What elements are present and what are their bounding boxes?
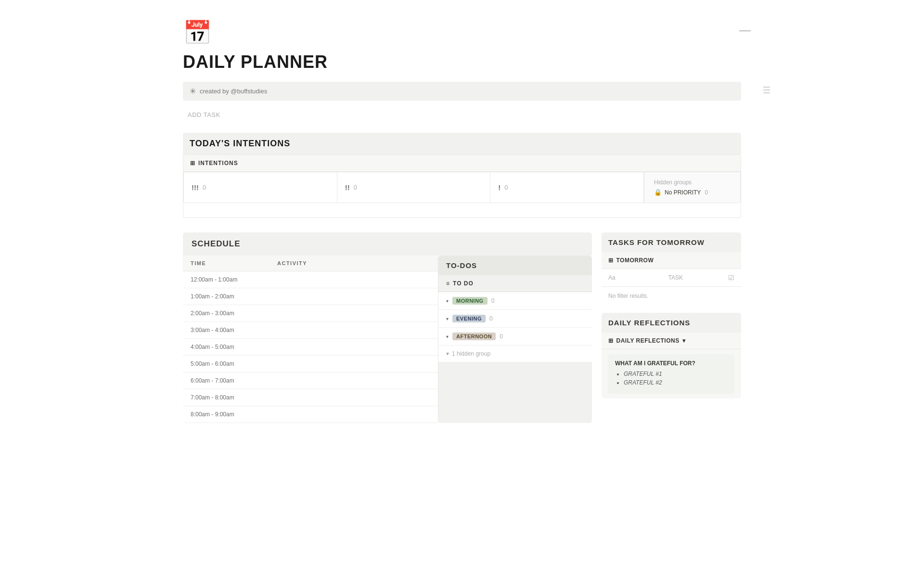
task-input-row[interactable]: Aa TASK ☑: [602, 269, 741, 287]
chevron-down-icon: ▾: [446, 350, 449, 357]
schedule-activity-cell[interactable]: [270, 406, 438, 423]
right-sidebar: TASKS FOR TOMORROW ⊞ TOMORROW Aa TASK ☑ …: [602, 232, 741, 423]
table-row: 6:00am - 7:00am: [183, 372, 438, 389]
hidden-groups-cell: Hidden groups 🔒 No PRIORITY 0: [644, 172, 740, 203]
schedule-activity-cell[interactable]: [270, 372, 438, 389]
chevron-icon: ▾: [446, 316, 449, 321]
todo-tag-evening: EVENING: [452, 315, 486, 322]
todo-count: 0: [489, 315, 493, 322]
med-priority-count: 0: [354, 184, 357, 191]
table-row: 5:00am - 6:00am: [183, 356, 438, 372]
intentions-sub-row: ⊞ INTENTIONS: [183, 155, 741, 172]
intentions-sub-label: INTENTIONS: [198, 160, 238, 167]
todos-title: TO-DOS: [446, 261, 477, 269]
todo-count: 0: [500, 333, 503, 340]
schedule-section: SCHEDULE TIME ACTIVITY: [183, 232, 592, 423]
intention-cell-high: !!! 0: [184, 172, 337, 203]
schedule-activity-cell[interactable]: [270, 322, 438, 339]
schedule-todos-row: TIME ACTIVITY 12:00am - 1:00am1:00am - 2…: [183, 256, 592, 423]
schedule-table: TIME ACTIVITY 12:00am - 1:00am1:00am - 2…: [183, 256, 438, 423]
task-check-icon: ☑: [728, 274, 734, 282]
scrollbar-line-3: [763, 92, 770, 93]
table-row: 2:00am - 3:00am: [183, 305, 438, 322]
add-task-button[interactable]: ADD TASK: [183, 108, 225, 121]
schedule-title: SCHEDULE: [192, 239, 241, 248]
page-icon: 📅: [183, 19, 741, 46]
list-item[interactable]: ▾MORNING0: [438, 292, 592, 310]
schedule-time-cell: 1:00am - 2:00am: [183, 288, 270, 305]
no-priority-row: 🔒 No PRIORITY 0: [654, 189, 731, 196]
daily-reflections-card: DAILY REFLECTIONS ⊞ DAILY REFLECTIONS ▾ …: [602, 313, 741, 398]
page-title: DAILY PLANNER: [183, 52, 741, 72]
table-row: 1:00am - 2:00am: [183, 288, 438, 305]
table-row: 4:00am - 5:00am: [183, 339, 438, 356]
table-row: 3:00am - 4:00am: [183, 322, 438, 339]
schedule-time-cell: 6:00am - 7:00am: [183, 372, 270, 389]
todos-sub: ≡ TO DO: [438, 275, 592, 292]
schedule-time-cell: 7:00am - 8:00am: [183, 389, 270, 406]
med-priority-icon: !!: [345, 183, 350, 192]
list-item: GRATEFUL #2: [624, 379, 728, 386]
todo-tag-morning: MORNING: [452, 297, 488, 305]
creator-bar: ✳ created by @buffstudies: [183, 82, 741, 101]
table-row: 12:00am - 1:00am: [183, 271, 438, 288]
schedule-activity-cell[interactable]: [270, 288, 438, 305]
schedule-activity-cell[interactable]: [270, 305, 438, 322]
schedule-activity-cell[interactable]: [270, 389, 438, 406]
schedule-time-cell: 8:00am - 9:00am: [183, 406, 270, 423]
todo-count: 0: [491, 297, 495, 304]
col-activity: ACTIVITY: [270, 256, 438, 271]
intentions-sub-icon: ⊞: [190, 160, 195, 167]
schedule-activity-cell[interactable]: [270, 339, 438, 356]
high-priority-count: 0: [203, 184, 206, 191]
schedule-time-cell: 4:00am - 5:00am: [183, 339, 270, 356]
no-priority-icon: 🔒: [654, 189, 662, 196]
schedule-table-wrapper: TIME ACTIVITY 12:00am - 1:00am1:00am - 2…: [183, 256, 438, 423]
chevron-icon: ▾: [446, 298, 449, 304]
main-grid: SCHEDULE TIME ACTIVITY: [183, 232, 741, 423]
creator-icon: ✳: [190, 87, 196, 96]
hidden-groups-label: Hidden groups: [654, 179, 731, 186]
reflections-dropdown-icon: ▾: [682, 337, 686, 344]
col-time: TIME: [183, 256, 270, 271]
minimize-button[interactable]: —: [739, 23, 751, 37]
todos-sub-icon: ≡: [446, 280, 450, 287]
schedule-time-cell: 5:00am - 6:00am: [183, 356, 270, 372]
daily-reflections-header: DAILY REFLECTIONS: [602, 313, 741, 333]
reflection-card-title: WHAT AM I GRATEFUL FOR?: [615, 360, 728, 367]
low-priority-icon: !: [498, 183, 500, 192]
intentions-row: !!! 0 !! 0 ! 0 Hidden groups 🔒 No PRIORI…: [183, 172, 741, 203]
reflections-sub-icon: ⊞: [608, 337, 614, 344]
schedule-header: SCHEDULE: [183, 232, 592, 256]
page-scrollbar[interactable]: [768, 87, 770, 433]
schedule-activity-cell[interactable]: [270, 356, 438, 372]
list-item[interactable]: ▾AFTERNOON0: [438, 328, 592, 346]
todos-section: TO-DOS ≡ TO DO ▾MORNING0▾EVENING0▾AFTERN…: [438, 256, 592, 423]
chevron-icon: ▾: [446, 334, 449, 339]
table-row: 8:00am - 9:00am: [183, 406, 438, 423]
list-item[interactable]: ▾EVENING0: [438, 310, 592, 328]
daily-reflections-title: DAILY REFLECTIONS: [608, 319, 690, 327]
no-priority-count: 0: [705, 189, 708, 196]
task-input-placeholder: TASK: [668, 274, 725, 281]
todo-tag-afternoon: AFTERNOON: [452, 333, 496, 340]
reflection-card: WHAT AM I GRATEFUL FOR? GRATEFUL #1GRATE…: [608, 354, 734, 394]
schedule-time-cell: 2:00am - 3:00am: [183, 305, 270, 322]
creator-text: created by @buffstudies: [200, 88, 267, 95]
scrollbar-line-2: [763, 90, 770, 90]
tasks-tomorrow-sub: ⊞ TOMORROW: [602, 252, 741, 269]
left-column: SCHEDULE TIME ACTIVITY: [183, 232, 592, 423]
tasks-tomorrow-sub-icon: ⊞: [608, 257, 614, 264]
reflections-sub[interactable]: ⊞ DAILY REFLECTIONS ▾: [602, 333, 741, 349]
schedule-activity-cell[interactable]: [270, 271, 438, 288]
schedule-time-cell: 3:00am - 4:00am: [183, 322, 270, 339]
list-item: GRATEFUL #1: [624, 371, 728, 377]
hidden-group-text: 1 hidden group: [452, 350, 490, 357]
tasks-tomorrow-title: TASKS FOR TOMORROW: [608, 238, 705, 246]
task-input-prefix: Aa: [608, 274, 665, 281]
hidden-group-row[interactable]: ▾ 1 hidden group: [438, 346, 592, 362]
reflections-sub-label: DAILY REFLECTIONS: [616, 337, 680, 344]
todos-header: TO-DOS: [438, 256, 592, 275]
tasks-tomorrow-card: TASKS FOR TOMORROW ⊞ TOMORROW Aa TASK ☑ …: [602, 232, 741, 305]
schedule-time-cell: 12:00am - 1:00am: [183, 271, 270, 288]
